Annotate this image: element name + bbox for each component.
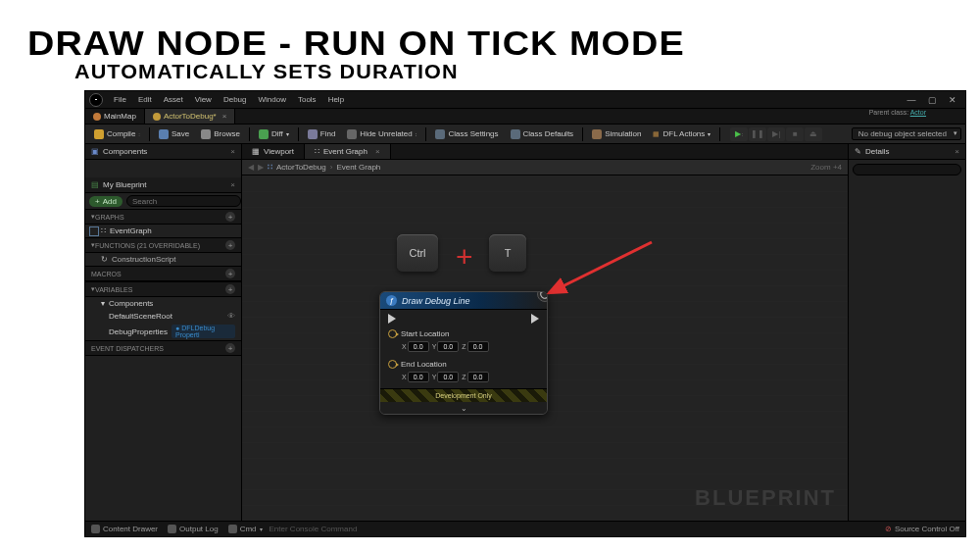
start-z-input[interactable] [467,341,489,352]
end-z-input[interactable] [467,372,489,382]
compile-button[interactable]: Compile: [89,127,145,141]
menu-view[interactable]: View [190,93,217,106]
vector-input-pin[interactable] [388,360,397,369]
development-only-strip: Development Only [380,388,547,402]
class-settings-button[interactable]: Class Settings [430,127,503,141]
pause-button[interactable]: ❚❚ [749,127,766,141]
eject-button[interactable]: ⏏ [805,127,822,141]
end-y-input[interactable] [437,372,459,382]
tree-event-graph[interactable]: ∷ EventGraph [85,225,241,237]
node-header[interactable]: ƒ Draw Debug Line [380,292,547,310]
exec-output-pin[interactable] [531,314,539,324]
add-dispatcher-button[interactable]: + [225,343,235,353]
add-macro-button[interactable]: + [225,269,235,278]
menu-edit[interactable]: Edit [133,93,157,106]
window-maximize-button[interactable]: ▢ [923,94,941,106]
center-area: ▦ Viewport ∷ Event Graph× ◀ ▶ ∷ ActorToD… [242,144,848,521]
window-close-button[interactable]: ✕ [944,94,961,106]
add-function-button[interactable]: + [225,240,235,250]
nav-back-icon[interactable]: ◀ [248,163,254,172]
toolbar: Compile: Save Browse Diff▾ Find Hide Unr… [85,125,965,144]
section-graphs[interactable]: ▾ GRAPHS+ [85,209,241,225]
key-ctrl: Ctrl [397,234,438,272]
parent-class-link[interactable]: Actor [910,109,926,116]
add-graph-button[interactable]: + [225,212,235,222]
close-icon[interactable]: × [222,112,227,121]
dfl-actions-button[interactable]: ▦DFL Actions▾ [648,127,715,140]
details-panel-tab[interactable]: ✎ Details × [849,144,965,160]
diff-icon [259,129,269,139]
key-t: T [489,234,526,272]
menu-debug[interactable]: Debug [219,93,252,106]
window-minimize-button[interactable]: — [903,94,920,106]
hide-unrelated-button[interactable]: Hide Unrelated: [342,127,421,141]
zoom-indicator: Zoom +4 [810,163,842,172]
nav-forward-icon[interactable]: ▶ [258,163,264,172]
draw-debug-line-node[interactable]: ƒ Draw Debug Line Start Location X Y Z [379,291,548,415]
tab-actortodebug[interactable]: ActorToDebug* × [145,109,235,124]
class-defaults-button[interactable]: Class Defaults [506,127,579,141]
gear-icon [435,129,445,139]
vector-input-pin[interactable] [388,329,397,338]
tab-viewport[interactable]: ▦ Viewport [242,144,305,159]
menu-tools[interactable]: Tools [293,93,321,106]
find-button[interactable]: Find [303,127,341,141]
stop-button[interactable]: ■ [786,127,804,141]
menu-file[interactable]: File [109,93,131,106]
menu-window[interactable]: Window [253,93,290,106]
source-control-button[interactable]: ⊘Source Control Off [885,525,959,533]
play-button[interactable]: ▶: [730,127,748,141]
my-blueprint-panel-tab[interactable]: ▤ My Blueprint × [85,177,241,193]
tree-construction-script[interactable]: ↻ ConstructionScript [85,253,241,266]
breadcrumb-leaf[interactable]: Event Graph [336,163,380,172]
hide-icon [347,129,357,139]
expand-node-button[interactable]: ⌄ [380,402,547,414]
start-y-input[interactable] [437,341,459,352]
type-badge: ● DFLDebug Properti [172,325,235,338]
tree-components-group[interactable]: ▾ Components [85,297,241,310]
file-tabs: MainMap ActorToDebug* × [85,109,965,125]
end-x-input[interactable] [408,372,429,382]
arrow-annotation [534,234,662,313]
output-log-button[interactable]: Output Log [168,525,219,533]
debug-object-select[interactable]: No debug object selected [852,127,961,140]
simulation-button[interactable]: Simulation [587,127,646,141]
tab-mainmap[interactable]: MainMap [85,109,145,124]
graph-canvas[interactable]: BLUEPRINT Ctrl + T ƒ Draw D [242,176,848,521]
add-variable-button[interactable]: + [225,284,235,294]
content-drawer-button[interactable]: Content Drawer [91,525,158,533]
menu-help[interactable]: Help [323,93,349,106]
play-controls: ▶: ❚❚ ▶| ■ ⏏ [730,127,822,141]
tab-event-graph[interactable]: ∷ Event Graph× [305,144,391,159]
add-button[interactable]: + Add [89,196,122,207]
details-search-input[interactable] [853,164,961,176]
parent-class-label: Parent class: Actor [869,109,926,116]
breadcrumb-root[interactable]: ActorToDebug [276,163,326,172]
cmd-prompt[interactable]: Cmd▾Enter Console Command [228,525,358,533]
browse-icon [201,129,211,139]
visibility-icon[interactable]: 👁 [227,312,235,321]
close-icon[interactable]: × [955,147,959,156]
section-variables[interactable]: ▾ VARIABLES+ [85,281,241,297]
browse-button[interactable]: Browse [196,127,245,141]
section-event-dispatchers[interactable]: EVENT DISPATCHERS+ [85,340,241,356]
left-sidebar: ▣ Components × ▤ My Blueprint × + Add ⚙ … [85,144,242,521]
slide-title: DRAW NODE - RUN ON TICK MODE [27,24,685,63]
unreal-editor-window: File Edit Asset View Debug Window Tools … [84,90,966,537]
section-macros[interactable]: MACROS+ [85,266,241,281]
tree-debug-properties[interactable]: DebugProperties● DFLDebug Properti [85,323,241,340]
find-icon [308,129,318,139]
save-button[interactable]: Save [154,127,194,141]
close-icon[interactable]: × [230,147,235,156]
skip-button[interactable]: ▶| [767,127,785,141]
section-functions[interactable]: ▾ FUNCTIONS (21 OVERRIDABLE)+ [85,237,241,253]
diff-button[interactable]: Diff▾ [254,127,294,141]
start-x-input[interactable] [408,341,429,352]
menu-asset[interactable]: Asset [159,93,188,106]
close-icon[interactable]: × [230,180,235,189]
exec-input-pin[interactable] [388,314,396,324]
tree-default-scene-root[interactable]: DefaultSceneRoot👁 [85,310,241,323]
slide-subtitle: AUTOMATICALLY SETS DURATION [74,61,459,83]
blueprint-search-input[interactable] [126,195,241,207]
components-panel-tab[interactable]: ▣ Components × [85,144,241,160]
